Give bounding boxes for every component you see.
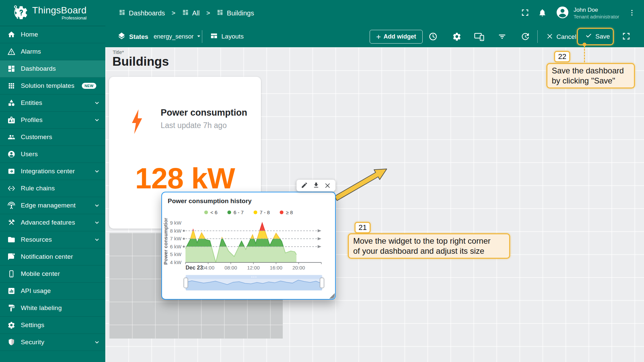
badge-icon [7, 116, 15, 124]
sidebar-item-home[interactable]: Home [0, 26, 105, 43]
sidebar-item-advanced-features[interactable]: Advanced features [0, 214, 105, 231]
filter-button[interactable] [497, 32, 507, 42]
save-button[interactable]: Save [583, 32, 612, 41]
app-name: ThingsBoard [32, 6, 87, 15]
sidebar-item-customers[interactable]: Customers [0, 129, 105, 146]
states-label: States [129, 33, 148, 41]
sidebar-item-profiles[interactable]: Profiles [0, 112, 105, 129]
gear-icon [452, 37, 462, 42]
legend-item[interactable]: 7 - 8 [254, 209, 270, 215]
power-consumption-history-widget[interactable]: Power consumption history < 66 - 77 - 8≥… [161, 192, 336, 300]
input-icon [7, 167, 15, 175]
plus-icon: + [376, 34, 381, 40]
version-history-button[interactable] [520, 32, 530, 42]
fullscreen-button[interactable] [521, 8, 529, 18]
add-widget-button[interactable]: + Add widget [370, 30, 423, 44]
sidebar-item-mobile-center[interactable]: Mobile center [0, 265, 105, 283]
dashboards-icon [217, 9, 223, 17]
sidebar-item-solution-templates[interactable]: Solution templatesNEW [0, 77, 105, 95]
paint-roller-icon [7, 304, 15, 312]
chevron-down-icon [93, 168, 101, 175]
layers-icon [117, 32, 126, 42]
kebab-icon [628, 9, 636, 18]
chevron-down-icon [93, 236, 101, 243]
sidebar-item-rule-chains[interactable]: Rule chains [0, 180, 105, 197]
user-menu[interactable]: John Doe Tenant administrator [555, 5, 619, 21]
thingsboard-logo[interactable]: ThingsBoard Professional [0, 0, 105, 26]
avatar [555, 5, 570, 21]
sidebar-item-white-labeling[interactable]: White labeling [0, 300, 105, 317]
annotation-step-number: 22 [554, 51, 570, 62]
state-select[interactable]: energy_sensor [154, 33, 194, 40]
widget-close-button[interactable] [324, 182, 331, 190]
page-title: Buildings [112, 55, 169, 69]
dashboard-toolbar: States energy_sensor Layouts + Add widge… [105, 26, 644, 47]
layouts-icon [210, 32, 218, 41]
sidebar-item-settings[interactable]: Settings [0, 317, 105, 334]
legend-label: ≥ 8 [286, 209, 293, 215]
y-tick-label: 5 kW [170, 251, 182, 257]
devices-icon [474, 37, 485, 42]
navigator-handle-left[interactable] [184, 278, 188, 288]
breadcrumb-all[interactable]: All [182, 9, 200, 17]
sidebar-item-edge-management[interactable]: Edge management [0, 197, 105, 214]
fullscreen-icon [622, 37, 631, 42]
sidebar-item-api-usage[interactable]: API usage [0, 283, 105, 300]
history-widget-title: Power consumption history [162, 192, 335, 206]
chevron-down-icon [93, 202, 101, 209]
sidebar-item-label: White labeling [21, 304, 62, 312]
notifications-button[interactable] [538, 8, 547, 18]
sidebar-item-alarms[interactable]: Alarms [0, 43, 105, 60]
history-icon [520, 37, 530, 42]
x-tick-label: 16:00 [270, 265, 282, 270]
x-tick-label: 12:00 [247, 265, 260, 270]
sidebar-item-notification-center[interactable]: Notification center [0, 248, 105, 265]
account-circle-icon [7, 150, 15, 158]
x-tick-label: 08:00 [224, 265, 237, 270]
legend-item[interactable]: < 6 [204, 209, 217, 215]
x-tick-label: 20:00 [292, 265, 305, 270]
legend-item[interactable]: 6 - 7 [227, 209, 244, 215]
breadcrumb-separator: > [172, 9, 175, 17]
sidebar-item-entities[interactable]: Entities [0, 95, 105, 112]
cancel-button[interactable]: Cancel [544, 32, 578, 42]
threshold-arrow-icon [318, 237, 321, 240]
save-label: Save [595, 33, 610, 40]
bell-icon [538, 8, 547, 18]
sidebar-item-dashboards[interactable]: Dashboards [0, 60, 105, 77]
breadcrumb-dashboards[interactable]: Dashboards [119, 9, 165, 17]
widget-edit-button[interactable] [301, 182, 308, 190]
chevron-down-icon [93, 219, 101, 226]
breadcrumb-buildings[interactable]: Buildings [217, 9, 254, 17]
sidebar-item-resources[interactable]: Resources [0, 231, 105, 248]
category-icon [7, 99, 15, 107]
layouts-button[interactable]: Layouts [210, 32, 244, 41]
sidebar: ThingsBoard Professional HomeAlarmsDashb… [0, 0, 105, 362]
sidebar-item-label: Notification center [21, 253, 73, 260]
sidebar-item-users[interactable]: Users [0, 146, 105, 163]
legend-label: 7 - 8 [260, 209, 270, 215]
widget-action-toolbar [297, 180, 335, 191]
legend-item[interactable]: ≥ 8 [280, 209, 293, 215]
annotation-step-number: 21 [355, 222, 371, 233]
sidebar-item-security[interactable]: Security [0, 334, 105, 351]
chart-legend: < 66 - 77 - 8≥ 8 [162, 206, 335, 218]
annotation-arrow [333, 165, 390, 202]
ethernet-icon [7, 184, 15, 192]
widget-download-button[interactable] [313, 182, 320, 190]
time-window-button[interactable] [428, 32, 438, 42]
fullscreen-toolbar-button[interactable] [622, 32, 631, 42]
dashboard-settings-button[interactable] [452, 32, 462, 42]
annotation-connector-dot [583, 43, 586, 46]
dashboard-title-label: Title* [113, 49, 124, 55]
lightning-bolt-icon [129, 109, 144, 136]
sidebar-item-integrations-center[interactable]: Integrations center [0, 163, 105, 180]
chat-icon [7, 253, 15, 261]
widget-resize-handle[interactable] [329, 293, 335, 299]
y-tick-label: 9 kW [170, 220, 182, 226]
shield-icon [7, 338, 15, 346]
gear-icon [7, 321, 15, 329]
more-menu-button[interactable] [628, 9, 636, 18]
manage-layouts-button[interactable] [474, 32, 485, 42]
navigator-handle-right[interactable] [320, 278, 324, 288]
